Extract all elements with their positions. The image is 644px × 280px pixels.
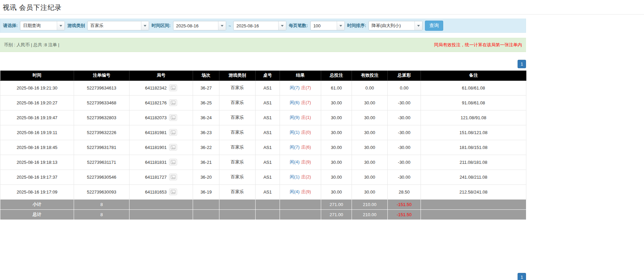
cell-result: 闲(4)庄(9): [280, 184, 321, 199]
chevron-down-icon[interactable]: [57, 21, 65, 30]
cell-result: 闲(1)庄(0): [280, 125, 321, 140]
cell-result: 闲(7)庄(6): [280, 140, 321, 155]
cell-game-type: 百家乐: [219, 155, 256, 170]
result-player: 闲(6): [290, 100, 300, 105]
cell-time: 2025-08-16 19:20:27: [0, 95, 74, 110]
replay-video-icon[interactable]: [169, 174, 177, 180]
query-type-select[interactable]: 日期查询: [20, 21, 65, 30]
cell-result: 闲(7)庄(7): [280, 80, 321, 95]
cell-game-type: 百家乐: [219, 184, 256, 199]
table-row: 2025-08-16 19:17:09 522739630093 6411816…: [0, 184, 526, 199]
replay-video-icon[interactable]: [169, 114, 177, 121]
cell-remark: 211.08/181.08: [421, 155, 526, 170]
table-row: 2025-08-16 19:19:11 522739632226 6411819…: [0, 125, 526, 140]
cell-game-type: 百家乐: [219, 140, 256, 155]
query-type-value: 日期查询: [20, 21, 57, 30]
cell-game-type: 百家乐: [219, 95, 256, 110]
cell-remark: 61.08/61.08: [421, 80, 526, 95]
cell-remark: 121.08/91.08: [421, 110, 526, 125]
search-button[interactable]: 查询: [425, 21, 443, 31]
cell-payout: -30.00: [388, 95, 421, 110]
chevron-down-icon[interactable]: [141, 21, 149, 30]
result-banker: 庄(1): [301, 115, 311, 120]
page-size-label: 每页笔数:: [289, 23, 308, 29]
sort-label: 时间排序:: [347, 23, 366, 29]
subtotal-count: 8: [74, 199, 129, 209]
total-label: 总计: [0, 209, 74, 220]
cell-time: 2025-08-16 19:17:37: [0, 170, 74, 184]
cell-table-no: AS1: [256, 95, 280, 110]
main-content: 请选择: 日期查询 游戏类别 百家乐 时间区间: 2025-08-16 ~ 20…: [0, 19, 526, 280]
game-type-select[interactable]: 百家乐: [87, 21, 149, 30]
replay-video-icon[interactable]: [169, 99, 177, 106]
cell-bet-id: 522739631781: [74, 140, 129, 155]
replay-video-icon[interactable]: [169, 188, 177, 195]
cell-total-bet[interactable]: 30.00: [321, 140, 352, 155]
cell-total-bet[interactable]: 30.00: [321, 95, 352, 110]
pagination-bottom: 1: [0, 273, 526, 280]
cell-total-bet[interactable]: 30.00: [321, 184, 352, 199]
replay-video-icon[interactable]: [169, 84, 177, 91]
replay-video-icon[interactable]: [169, 159, 177, 166]
cell-bet-id: 522739630546: [74, 170, 129, 184]
cell-time: 2025-08-16 19:19:11: [0, 125, 74, 140]
col-header-total-bet: 总投注: [321, 71, 352, 80]
cell-total-bet[interactable]: 30.00: [321, 110, 352, 125]
sort-select[interactable]: 降幂(由大到小): [368, 21, 423, 30]
cell-payout: 0.00: [388, 80, 421, 95]
result-player: 闲(4): [290, 159, 300, 164]
chevron-down-icon[interactable]: [414, 21, 422, 30]
cell-table-no: AS1: [256, 110, 280, 125]
replay-video-icon[interactable]: [169, 144, 177, 151]
cell-remark: 151.08/121.08: [421, 125, 526, 140]
date-to-value: 2025-08-16: [234, 21, 278, 30]
cell-round: 641181981: [129, 125, 193, 140]
subtotal-label: 小计: [0, 199, 74, 209]
replay-video-icon[interactable]: [169, 129, 177, 136]
tilde-separator: ~: [229, 23, 231, 28]
cell-remark: 91.08/61.08: [421, 95, 526, 110]
info-bar: 币别 : 人民币 | 总共 :8 注单 | 同局有效投注，统一计算在该局第一张注…: [0, 38, 526, 52]
payout-notice: 同局有效投注，统一计算在该局第一张注单内: [434, 42, 522, 48]
table-row: 2025-08-16 19:18:45 522739631781 6411819…: [0, 140, 526, 155]
cell-session: 36-25: [193, 95, 219, 110]
result-banker: 庄(2): [301, 174, 311, 179]
date-from-select[interactable]: 2025-08-16: [173, 21, 226, 30]
page-size-select[interactable]: 100: [310, 21, 345, 30]
cell-valid-bet: 30.00: [352, 125, 388, 140]
page-button-1[interactable]: 1: [518, 60, 526, 68]
cell-total-bet[interactable]: 30.00: [321, 170, 352, 184]
cell-total-bet[interactable]: 30.00: [321, 125, 352, 140]
cell-session: 36-19: [193, 184, 219, 199]
col-header-time: 时间: [0, 71, 74, 80]
col-header-game-type: 游戏类别: [219, 71, 256, 80]
empty-cell: [193, 209, 219, 220]
cell-valid-bet: 0.00: [352, 80, 388, 95]
cell-payout: -30.00: [388, 140, 421, 155]
empty-cell: [219, 199, 256, 209]
cell-total-bet[interactable]: 30.00: [321, 155, 352, 170]
result-banker: 庄(0): [301, 130, 311, 135]
cell-time: 2025-08-16 19:18:13: [0, 155, 74, 170]
chevron-down-icon[interactable]: [218, 21, 226, 30]
table-row: 2025-08-16 19:18:13 522739631171 6411818…: [0, 155, 526, 170]
cell-game-type: 百家乐: [219, 170, 256, 184]
table-summary: 小计 8 271.00 210.00 -151.50 总计 8: [0, 199, 526, 220]
page-size-value: 100: [311, 21, 337, 30]
cell-session: 36-23: [193, 125, 219, 140]
pagination-top: 1: [0, 60, 526, 68]
cell-total-bet[interactable]: 61.00: [321, 80, 352, 95]
chevron-down-icon[interactable]: [337, 21, 344, 30]
time-range-label: 时间区间:: [151, 23, 170, 29]
empty-cell: [129, 199, 193, 209]
subtotal-payout: -151.50: [388, 199, 421, 209]
cell-table-no: AS1: [256, 80, 280, 95]
round-id: 641181901: [145, 145, 167, 150]
cell-table-no: AS1: [256, 140, 280, 155]
result-player: 闲(9): [290, 115, 300, 120]
total-total-bet: 271.00: [321, 209, 352, 220]
page-button-1[interactable]: 1: [518, 273, 526, 280]
chevron-down-icon[interactable]: [278, 21, 286, 30]
result-banker: 庄(9): [301, 189, 311, 194]
date-to-select[interactable]: 2025-08-16: [233, 21, 286, 30]
